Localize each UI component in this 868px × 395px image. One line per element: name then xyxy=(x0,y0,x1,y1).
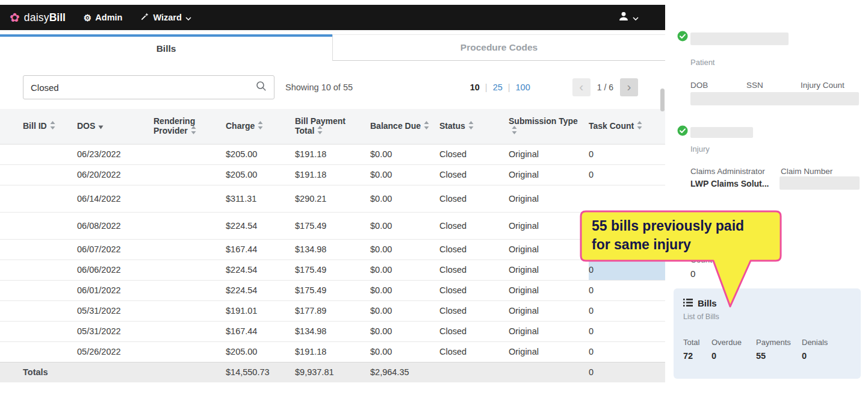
cell-provider xyxy=(153,239,226,260)
col-header-bill-payment-total[interactable]: Bill Payment Total xyxy=(295,109,370,144)
next-page-button[interactable]: › xyxy=(620,78,638,96)
cell-status: Closed xyxy=(439,212,509,239)
cell-dos: 06/07/2022 xyxy=(77,239,153,260)
bills-table-body: 06/23/2022$205.00$191.18$0.00ClosedOrigi… xyxy=(0,144,665,362)
cell-dos: 06/23/2022 xyxy=(77,144,153,164)
scrollbar-thumb[interactable] xyxy=(660,89,665,111)
cell-tasks xyxy=(589,185,665,212)
table-row[interactable]: 06/01/2022$224.54$175.49$0.00ClosedOrigi… xyxy=(0,280,665,300)
wand-icon xyxy=(140,12,149,23)
stat-total: Total 72 xyxy=(683,338,699,361)
cell-provider xyxy=(153,164,226,185)
prev-page-button[interactable]: ‹ xyxy=(572,78,591,96)
cell-bill_id xyxy=(0,300,77,321)
col-header-task-count[interactable]: Task Count xyxy=(589,109,665,144)
injury-title-redacted xyxy=(690,127,753,138)
page-size-100[interactable]: 100 xyxy=(516,82,530,92)
patient-check-icon xyxy=(677,31,688,44)
sort-both-icon xyxy=(637,122,642,131)
admin-menu[interactable]: ⚙ Admin xyxy=(84,13,123,22)
cell-submission: Original xyxy=(509,321,589,341)
col-header-bill-id[interactable]: Bill ID xyxy=(0,109,77,144)
cell-charge: $167.44 xyxy=(226,239,295,260)
totals-payment: $9,937.81 xyxy=(295,362,370,382)
cell-bill_id xyxy=(0,144,77,164)
cell-balance: $0.00 xyxy=(370,144,439,164)
col-header-charge[interactable]: Charge xyxy=(226,109,295,144)
daisybill-logo[interactable]: ✿ daisyBill xyxy=(10,11,66,24)
cell-status: Closed xyxy=(439,164,509,185)
injury-count-label: Injury Count xyxy=(801,81,845,90)
patient-fields-redacted xyxy=(690,92,859,105)
cell-balance: $0.00 xyxy=(370,321,439,341)
cell-submission: Original xyxy=(509,144,589,164)
table-row[interactable]: 05/31/2022$167.44$134.98$0.00ClosedOrigi… xyxy=(0,321,665,341)
cell-status: Closed xyxy=(439,341,509,362)
user-menu[interactable] xyxy=(618,10,639,25)
cell-payment: $191.18 xyxy=(295,144,370,164)
cell-dos: 05/26/2022 xyxy=(77,341,153,362)
search-icon[interactable] xyxy=(256,81,267,94)
claim-number-redacted xyxy=(780,176,860,190)
table-row[interactable]: 06/14/2022$311.31$290.21$0.00ClosedOrigi… xyxy=(0,185,665,212)
cell-charge: $205.00 xyxy=(226,341,295,362)
cell-payment: $134.98 xyxy=(295,321,370,341)
sort-both-icon xyxy=(512,126,517,136)
tab-bills[interactable]: Bills xyxy=(0,34,332,61)
cell-provider xyxy=(153,321,226,341)
showing-count-text: Showing 10 of 55 xyxy=(285,82,353,92)
cell-submission: Original xyxy=(509,341,589,362)
cell-provider xyxy=(153,300,226,321)
cell-dos: 06/20/2022 xyxy=(77,164,153,185)
sort-both-icon xyxy=(424,122,429,131)
claims-admin-value: LWP Claims Solut... xyxy=(690,179,769,188)
cell-status: Closed xyxy=(439,185,509,212)
cell-payment: $191.18 xyxy=(295,341,370,362)
table-row[interactable]: 06/20/2022$205.00$191.18$0.00ClosedOrigi… xyxy=(0,164,665,185)
cell-charge: $224.54 xyxy=(226,260,295,280)
cell-bill_id xyxy=(0,321,77,341)
cell-provider xyxy=(153,260,226,280)
page-size-10[interactable]: 10 xyxy=(470,82,480,92)
table-row[interactable]: 05/31/2022$191.01$177.89$0.00ClosedOrigi… xyxy=(0,300,665,321)
col-header-status[interactable]: Status xyxy=(439,109,509,144)
table-row[interactable]: 06/06/2022$224.54$175.49$0.00ClosedOrigi… xyxy=(0,260,665,280)
totals-balance: $2,964.35 xyxy=(370,362,439,382)
col-header-rendering-provider[interactable]: Rendering Provider xyxy=(153,109,226,144)
annotation-callout: 55 bills previously paid for same injury xyxy=(580,210,782,309)
col-header-dos[interactable]: DOS xyxy=(77,109,153,144)
table-row[interactable]: 06/08/2022$224.54$175.49$0.00ClosedOrigi… xyxy=(0,212,665,239)
cell-payment: $175.49 xyxy=(295,212,370,239)
table-row[interactable]: 06/23/2022$205.00$191.18$0.00ClosedOrigi… xyxy=(0,144,665,164)
gear-icon: ⚙ xyxy=(84,13,91,22)
cell-charge: $205.00 xyxy=(226,164,295,185)
page-size-25[interactable]: 25 xyxy=(493,82,503,92)
col-header-balance-due[interactable]: Balance Due xyxy=(370,109,439,144)
wizard-menu[interactable]: Wizard xyxy=(140,12,191,23)
patient-name-redacted xyxy=(690,33,789,45)
cell-bill_id xyxy=(0,260,77,280)
cell-balance: $0.00 xyxy=(370,239,439,260)
claim-number-label: Claim Number xyxy=(781,167,832,176)
cell-bill_id xyxy=(0,212,77,239)
page-size-selector: 10 | 25 | 100 xyxy=(470,82,530,92)
daisy-flower-icon: ✿ xyxy=(10,11,20,23)
tab-procedure-codes[interactable]: Procedure Codes xyxy=(332,34,665,61)
col-header-submission-type[interactable]: Submission Type xyxy=(509,109,589,144)
cell-charge: $224.54 xyxy=(226,280,295,300)
table-row[interactable]: 05/26/2022$205.00$191.18$0.00ClosedOrigi… xyxy=(0,341,665,362)
cell-charge: $205.00 xyxy=(226,144,295,164)
cell-status: Closed xyxy=(439,321,509,341)
cell-balance: $0.00 xyxy=(370,260,439,280)
tab-bar: Bills Procedure Codes xyxy=(0,34,665,61)
cell-payment: $191.18 xyxy=(295,164,370,185)
cell-dos: 06/01/2022 xyxy=(77,280,153,300)
dob-label: DOB xyxy=(690,81,708,90)
cell-submission: Original xyxy=(509,260,589,280)
cell-dos: 06/06/2022 xyxy=(77,260,153,280)
cell-submission: Original xyxy=(509,280,589,300)
cell-tasks: 0 xyxy=(589,144,665,164)
search-input[interactable] xyxy=(31,82,256,93)
cell-submission: Original xyxy=(509,164,589,185)
table-row[interactable]: 06/07/2022$167.44$134.98$0.00ClosedOrigi… xyxy=(0,239,665,260)
